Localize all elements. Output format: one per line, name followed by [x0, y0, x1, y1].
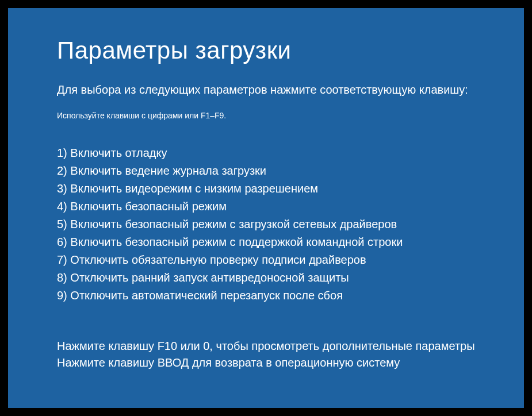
f10-more-options-text: Нажмите клавишу F10 или 0, чтобы просмот… [57, 338, 475, 355]
option-8-disable-antimalware[interactable]: 8) Отключить ранний запуск антивредоносн… [57, 269, 475, 287]
option-7-disable-driver-signature[interactable]: 7) Отключить обязательную проверку подпи… [57, 251, 475, 269]
footer-instructions: Нажмите клавишу F10 или 0, чтобы просмот… [57, 338, 475, 371]
option-9-disable-auto-restart[interactable]: 9) Отключить автоматический перезапуск п… [57, 287, 475, 305]
enter-return-text: Нажмите клавишу ВВОД для возврата в опер… [57, 355, 475, 371]
option-6-safe-mode-command-prompt[interactable]: 6) Включить безопасный режим с поддержко… [57, 233, 475, 251]
option-1-enable-debugging[interactable]: 1) Включить отладку [57, 144, 475, 162]
option-2-enable-boot-logging[interactable]: 2) Включить ведение журнала загрузки [57, 162, 475, 180]
page-title: Параметры загрузки [57, 37, 475, 64]
option-3-low-res-video[interactable]: 3) Включить видеорежим с низким разрешен… [57, 180, 475, 198]
instruction-text: Для выбора из следующих параметров нажми… [57, 82, 475, 98]
boot-options-list: 1) Включить отладку 2) Включить ведение … [57, 144, 475, 305]
option-4-safe-mode[interactable]: 4) Включить безопасный режим [57, 198, 475, 215]
startup-settings-screen: Параметры загрузки Для выбора из следующ… [8, 8, 524, 408]
option-5-safe-mode-networking[interactable]: 5) Включить безопасный режим с загрузкой… [57, 215, 475, 233]
key-hint-text: Используйте клавиши с цифрами или F1–F9. [57, 111, 475, 120]
